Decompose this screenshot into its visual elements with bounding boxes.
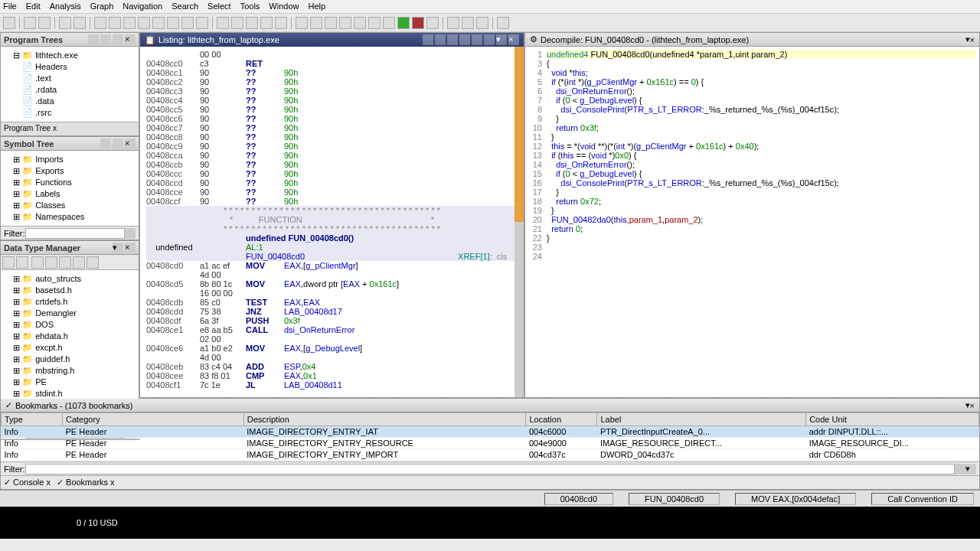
back-icon[interactable] — [2, 256, 15, 269]
table-row[interactable]: InfoPE HeaderIMAGE_DIRECTORY_ENTRY_IAT00… — [2, 426, 979, 438]
filter-icon[interactable] — [125, 228, 136, 239]
tree-item[interactable]: ⊞ 📁 Labels — [4, 188, 136, 200]
tree-item[interactable]: ⊞ 📁 crtdefs.h — [4, 296, 136, 308]
collapse-icon[interactable] — [100, 34, 111, 45]
tb-icon[interactable] — [296, 17, 308, 29]
menu-navigation[interactable]: Navigation — [122, 2, 162, 11]
r-icon[interactable] — [167, 17, 179, 29]
column-header[interactable]: Label — [597, 413, 806, 426]
menu-icon[interactable]: ▾ — [965, 464, 976, 474]
menu-edit[interactable]: Edit — [26, 2, 41, 11]
close-icon[interactable]: × — [970, 401, 975, 410]
tree-item[interactable]: ⊞ 📁 ehdata.h — [4, 331, 136, 342]
close-icon[interactable]: × — [125, 243, 136, 253]
window-icon[interactable] — [113, 34, 123, 45]
program-tree[interactable]: ⊟ 📁 lithtech.exe 📄 Headers 📄 .text 📄 .rd… — [1, 47, 139, 122]
column-header[interactable]: Description — [243, 413, 526, 426]
column-header[interactable]: Location — [526, 413, 597, 426]
menu-select[interactable]: Select — [207, 2, 231, 11]
back-icon[interactable] — [24, 17, 36, 29]
tab-bookmarks[interactable]: ✓ Bookmarks x — [57, 478, 115, 487]
menu-search[interactable]: Search — [172, 2, 198, 11]
diff-icon[interactable] — [459, 34, 470, 45]
tree-item[interactable]: 📄 .rsrc — [4, 107, 136, 119]
tb-icon[interactable] — [497, 17, 509, 29]
filter-icon[interactable] — [31, 256, 44, 269]
tree-item[interactable]: ⊞ 📁 stdint.h — [4, 388, 136, 399]
tree-item[interactable]: ⊞ 📁 Exports — [4, 165, 136, 177]
tb-icon[interactable] — [462, 17, 474, 29]
listing-body[interactable]: 00 0000408cc0c3RET00408cc190??90h00408cc… — [140, 47, 524, 397]
tb-icon[interactable] — [325, 17, 337, 29]
close-icon[interactable]: × — [125, 139, 136, 149]
menu-graph[interactable]: Graph — [90, 2, 114, 11]
tb-icon[interactable] — [275, 17, 287, 29]
tree-item[interactable]: 📄 .data — [4, 96, 136, 107]
pointer-icon[interactable] — [59, 256, 71, 269]
table-row[interactable]: InfoPE HeaderIMAGE_DIRECTORY_ENTRY_IMPOR… — [2, 449, 979, 461]
tree-item[interactable]: ⊞ 📁 mbstring.h — [4, 365, 136, 377]
config-icon[interactable] — [955, 464, 965, 474]
v-icon[interactable] — [196, 17, 208, 29]
tb-icon[interactable] — [368, 17, 381, 29]
tb-icon[interactable] — [383, 17, 395, 29]
menu-tools[interactable]: Tools — [240, 2, 260, 11]
program-tree-tab[interactable]: Program Tree x — [1, 122, 139, 135]
tree-item[interactable]: ⊞ 📁 PE — [4, 377, 136, 388]
dropdown-icon[interactable]: ▾ — [113, 243, 123, 253]
tb-icon[interactable] — [231, 17, 243, 29]
refresh-icon[interactable] — [100, 139, 111, 149]
close-icon[interactable]: × — [125, 34, 136, 45]
i-icon[interactable] — [152, 17, 165, 29]
tree-item[interactable]: ⊞ 📁 basetsd.h — [4, 285, 136, 296]
overview-strip[interactable] — [514, 47, 524, 397]
column-header[interactable]: Code Unit — [806, 413, 979, 426]
tree-item[interactable]: ⊞ 📁 Demangler — [4, 308, 136, 319]
table-row[interactable]: InfoPE HeaderIMAGE_DIRECTORY_ENTRY_RESOU… — [2, 438, 979, 449]
tb-icon[interactable] — [476, 17, 488, 29]
menu-file[interactable]: File — [3, 2, 17, 11]
tree-item[interactable]: ⊞ 📁 Namespaces — [4, 211, 136, 223]
forward-icon[interactable] — [38, 17, 51, 29]
cursor-icon[interactable] — [435, 34, 446, 45]
decompile-body[interactable]: 13456789101112131415161718192021222324 u… — [525, 47, 979, 397]
tab-console[interactable]: ✓ Console x — [4, 478, 51, 487]
tree-item[interactable]: 📄 Headers — [4, 61, 136, 73]
column-header[interactable]: Category — [63, 413, 244, 426]
symbol-tree[interactable]: ⊞ 📁 Imports ⊞ 📁 Exports ⊞ 📁 Functions ⊞ … — [1, 151, 139, 226]
b-icon[interactable] — [181, 17, 194, 29]
symbol-filter-input[interactable] — [25, 228, 126, 239]
collapse-icon[interactable] — [113, 139, 123, 149]
tree-item[interactable]: 📄 .text — [4, 73, 136, 84]
menu-window[interactable]: Window — [269, 2, 299, 11]
tree-item[interactable]: ⊞ 📁 Classes — [4, 200, 136, 211]
save-icon[interactable] — [3, 17, 15, 29]
close-icon[interactable]: × — [970, 35, 975, 44]
tb-icon[interactable] — [426, 17, 439, 29]
redo-icon[interactable] — [74, 17, 86, 29]
l-icon[interactable] — [109, 17, 121, 29]
bookmarks-table[interactable]: TypeCategoryDescriptionLocationLabelCode… — [1, 412, 979, 461]
column-header[interactable]: Type — [2, 413, 63, 426]
menu-help[interactable]: Help — [308, 2, 325, 11]
d-icon[interactable] — [94, 17, 106, 29]
tb-icon[interactable] — [339, 17, 351, 29]
menu-icon[interactable]: ▾ — [496, 34, 507, 45]
tb-icon[interactable] — [354, 17, 366, 29]
snapshot-icon[interactable] — [472, 34, 482, 45]
tree-root[interactable]: ⊟ 📁 lithtech.exe — [4, 50, 136, 61]
fields-icon[interactable] — [447, 34, 458, 45]
new-tree-icon[interactable] — [88, 34, 99, 45]
tree-item[interactable]: ⊞ 📁 Imports — [4, 154, 136, 165]
f-icon[interactable] — [123, 17, 136, 29]
tree-item[interactable]: ⊞ 📁 guiddef.h — [4, 354, 136, 365]
close-icon[interactable]: × — [508, 34, 519, 45]
snapshot2-icon[interactable] — [484, 34, 495, 45]
run-icon[interactable] — [397, 17, 410, 29]
stop-icon[interactable] — [412, 17, 424, 29]
tree-item[interactable]: ⊞ 📁 auto_structs — [4, 273, 136, 285]
u-icon[interactable] — [138, 17, 150, 29]
tb-icon[interactable] — [246, 17, 258, 29]
tb-icon[interactable] — [447, 17, 459, 29]
menu-analysis[interactable]: Analysis — [50, 2, 81, 11]
